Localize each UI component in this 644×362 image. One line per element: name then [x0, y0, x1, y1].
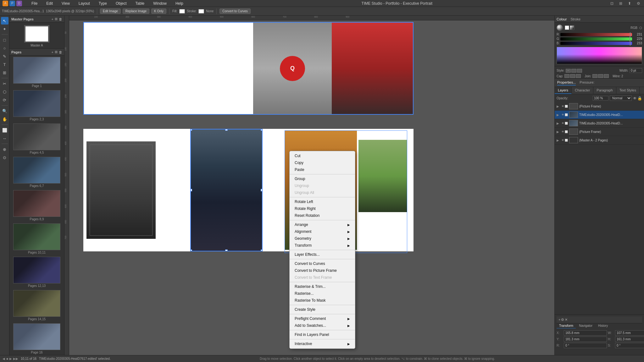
- convert-curves-btn[interactable]: Convert to Curves: [219, 8, 251, 14]
- ctx-rotate-right[interactable]: Rotate Right: [290, 205, 355, 212]
- status-stop-btn[interactable]: ■: [6, 357, 8, 360]
- replace-image-btn[interactable]: Replace Image: [123, 8, 149, 14]
- tab-properties[interactable]: Properties...: [557, 80, 576, 85]
- master-add-icon[interactable]: +: [52, 17, 53, 21]
- layer-4-lock[interactable]: ⬜: [565, 130, 568, 133]
- color-gradient-icon[interactable]: [570, 25, 574, 30]
- photo-man-gray[interactable]: [83, 22, 253, 115]
- layer-1-lock[interactable]: ⬜: [565, 105, 568, 108]
- menu-file[interactable]: File: [30, 1, 39, 6]
- layer-item-5[interactable]: ▶ 👁 ⬜ (Master A - 2 Pages): [555, 136, 644, 145]
- layer-3-vis-icon[interactable]: 👁: [562, 122, 564, 125]
- app-icon-purple[interactable]: D: [16, 1, 22, 6]
- canvas-area[interactable]: 100 200 300 400 500 600 700 800 900 50 1…: [64, 16, 554, 355]
- ctx-alignment[interactable]: Alignment ▶: [290, 228, 355, 235]
- tab-paragraph[interactable]: Paragraph: [593, 87, 616, 94]
- tab-history[interactable]: History: [596, 323, 610, 328]
- tool-scissors[interactable]: ✂: [1, 80, 8, 87]
- layer-3-expand[interactable]: ▶: [557, 122, 560, 125]
- x-input[interactable]: [564, 330, 607, 336]
- layer-1-vis-icon[interactable]: 👁: [562, 105, 564, 108]
- app-icon-orange[interactable]: A: [3, 1, 8, 6]
- ctx-cut[interactable]: Cut: [290, 152, 355, 159]
- pages-grid-icon[interactable]: ⊞: [55, 50, 58, 54]
- status-next-btn[interactable]: ▶▶: [13, 357, 18, 360]
- opacity-mode-select[interactable]: Normal Multiply Screen Overlay: [610, 96, 632, 101]
- color-solid-icon[interactable]: [565, 25, 569, 30]
- tool-view-preview[interactable]: ⊙: [1, 154, 8, 161]
- minimize-btn[interactable]: ⊡: [609, 0, 615, 7]
- ctx-copy[interactable]: Copy: [290, 159, 355, 166]
- w-input[interactable]: [615, 330, 644, 336]
- pages-trash-icon[interactable]: 🗑: [59, 50, 62, 54]
- ctx-group[interactable]: Group: [290, 175, 355, 182]
- page-item-1415[interactable]: Pages 14,15: [11, 290, 63, 321]
- stroke-style-btn-1[interactable]: ─: [566, 69, 571, 73]
- page-item-1213[interactable]: Pages 12,13: [11, 257, 63, 288]
- tab-text-styles[interactable]: Text Styles: [616, 87, 640, 94]
- edit-image-btn[interactable]: Edit Image: [100, 8, 121, 14]
- page-item-1011[interactable]: Pages 10,11: [11, 223, 63, 254]
- ctx-rasterise-trim[interactable]: Rasterise & Trim...: [290, 283, 355, 290]
- tab-layers[interactable]: Layers: [555, 87, 572, 94]
- menu-table[interactable]: Table: [134, 1, 147, 6]
- menu-edit[interactable]: Edit: [44, 1, 55, 6]
- stroke-style-btn-3[interactable]: [577, 69, 582, 73]
- pages-add-icon[interactable]: +: [52, 50, 53, 54]
- tool-zoom[interactable]: 🔍: [1, 107, 8, 115]
- fill-swatch[interactable]: [179, 9, 185, 14]
- h-input[interactable]: [615, 337, 644, 342]
- tool-node[interactable]: ✦: [1, 25, 8, 33]
- stroke-tab[interactable]: Stroke: [570, 17, 580, 21]
- ctx-rasterise-mask[interactable]: Rasterise To Mask: [290, 297, 355, 304]
- master-a-thumb[interactable]: [24, 25, 49, 42]
- opacity-input[interactable]: [593, 96, 608, 101]
- canvas-content[interactable]: Q: [69, 20, 554, 355]
- tab-navigator[interactable]: Navigator: [576, 323, 595, 328]
- ctx-arrange[interactable]: Arrange ▶: [290, 221, 355, 228]
- layer-4-vis-icon[interactable]: 👁: [562, 130, 564, 133]
- maximize-btn[interactable]: ⊞: [618, 0, 624, 7]
- slider-r-track[interactable]: [560, 33, 632, 36]
- tool-select[interactable]: ↖: [1, 17, 8, 25]
- layer-2-vis-icon[interactable]: 👁: [562, 113, 564, 116]
- layer-item-3[interactable]: ▶ 👁 ⬜ TIMEstudio-20200305-HeatD...: [555, 119, 644, 128]
- layer-2-expand[interactable]: ▶: [557, 113, 560, 117]
- menu-help[interactable]: Help: [174, 1, 185, 6]
- layer-item-4[interactable]: ▶ 👁 ⬜ (Picture Frame): [555, 128, 644, 136]
- master-grid-icon[interactable]: ⊞: [55, 17, 58, 21]
- ctx-create-style[interactable]: Create Style: [290, 306, 355, 313]
- tab-pressure[interactable]: Pressure:: [580, 80, 594, 85]
- status-prev-btn[interactable]: ◀: [3, 357, 5, 360]
- color-gradient-display[interactable]: [557, 47, 642, 64]
- ctx-interactive[interactable]: Interactive ▶: [290, 340, 355, 347]
- tool-eyedrop[interactable]: ⬡: [1, 88, 8, 96]
- ctx-rotate-left[interactable]: Rotate Left: [290, 198, 355, 205]
- join-btn-1[interactable]: [592, 74, 597, 78]
- page-item-67[interactable]: Pages 6,7: [11, 157, 63, 188]
- color-hex-icon[interactable]: ⬡: [639, 26, 642, 30]
- tool-fill-stroke[interactable]: ⬜: [1, 126, 8, 134]
- k-only-btn[interactable]: K Only: [151, 8, 166, 14]
- tool-pen[interactable]: ✎: [1, 52, 8, 60]
- settings-btn[interactable]: ⚙: [635, 0, 641, 7]
- slider-b-track[interactable]: [560, 42, 632, 45]
- ctx-add-swatches[interactable]: Add to Swatches... ▶: [290, 322, 355, 329]
- tool-view-normal[interactable]: ⊕: [1, 145, 8, 153]
- tool-hand[interactable]: ✋: [1, 115, 8, 123]
- colour-tab[interactable]: Colour: [557, 17, 567, 21]
- layer-2-lock[interactable]: ⬜: [565, 113, 568, 116]
- ctx-layer-effects[interactable]: Layer Effects...: [290, 251, 355, 258]
- transform-add-icon[interactable]: +: [558, 318, 560, 322]
- page-item-1[interactable]: Page 1: [11, 57, 63, 88]
- ctx-rasterise[interactable]: Rasterise...: [290, 290, 355, 297]
- cap-btn-2[interactable]: [570, 74, 575, 78]
- menu-window[interactable]: Window: [151, 1, 169, 6]
- layer-1-expand[interactable]: ▶: [557, 105, 560, 108]
- stroke-swatch[interactable]: [198, 9, 204, 14]
- photo-man-sitting-dark[interactable]: [86, 141, 156, 239]
- ctx-paste[interactable]: Paste: [290, 166, 355, 173]
- photo-man-suit-selected[interactable]: [190, 129, 263, 251]
- menu-layout[interactable]: Layout: [77, 1, 92, 6]
- r-input[interactable]: [564, 343, 607, 348]
